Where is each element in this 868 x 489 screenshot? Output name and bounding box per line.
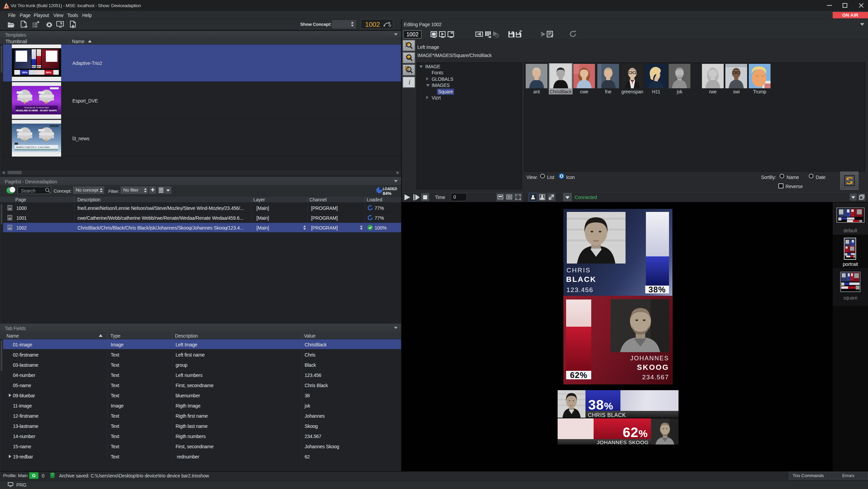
svg-text:HEADLINE IS HERE - IN ANY SHAP: HEADLINE IS HERE - IN ANY SHAPE bbox=[16, 109, 57, 112]
svg-text:i: i bbox=[409, 78, 411, 86]
svg-text:1: 1 bbox=[23, 138, 26, 142]
svg-text:1: 1 bbox=[23, 100, 26, 105]
svg-text:2: 2 bbox=[45, 138, 48, 142]
svg-text:TEAM BLUE *5 TEAM RED: TEAM BLUE *5 TEAM RED bbox=[24, 107, 49, 109]
svg-text:50%: 50% bbox=[36, 66, 41, 68]
svg-text:50%: 50% bbox=[22, 71, 28, 74]
svg-text:2: 2 bbox=[45, 100, 48, 105]
svg-text:Headline in light line is - in: Headline in light line is - in any shape bbox=[16, 146, 50, 148]
svg-text:50%: 50% bbox=[46, 71, 51, 74]
svg-text:50%: 50% bbox=[31, 66, 36, 68]
